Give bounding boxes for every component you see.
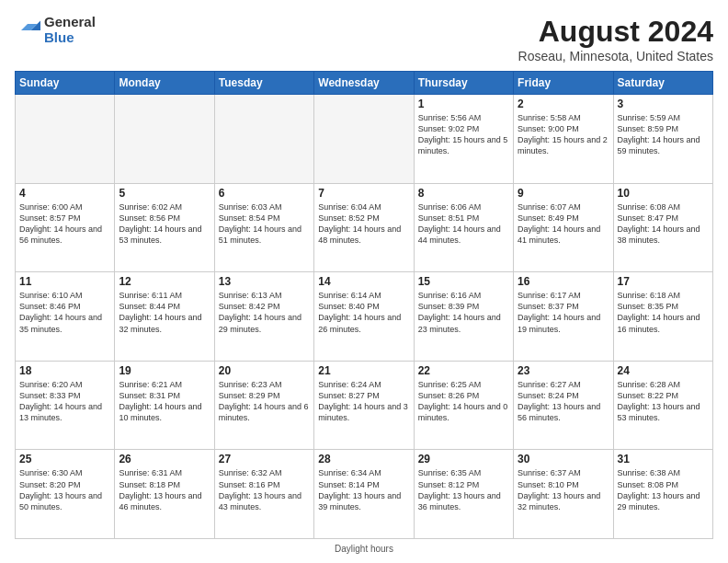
day-info: Sunrise: 5:56 AMSunset: 9:02 PMDaylight:…	[418, 112, 509, 157]
day-number: 28	[318, 453, 409, 465]
calendar-cell-26: 26Sunrise: 6:31 AMSunset: 8:18 PMDayligh…	[115, 450, 214, 539]
day-info: Sunrise: 6:02 AMSunset: 8:56 PMDaylight:…	[119, 201, 210, 247]
day-number: 1	[418, 98, 509, 110]
day-number: 29	[418, 453, 509, 465]
day-number: 10	[618, 187, 709, 200]
day-info: Sunrise: 6:10 AMSunset: 8:46 PMDaylight:…	[19, 290, 110, 335]
calendar-cell-17: 17Sunrise: 6:18 AMSunset: 8:35 PMDayligh…	[613, 272, 712, 362]
day-info: Sunrise: 6:35 AMSunset: 8:12 PMDaylight:…	[418, 467, 509, 512]
calendar-cell-empty	[16, 95, 115, 184]
day-info: Sunrise: 5:59 AMSunset: 8:59 PMDaylight:…	[618, 112, 709, 157]
calendar-cell-30: 30Sunrise: 6:37 AMSunset: 8:10 PMDayligh…	[514, 450, 613, 539]
day-number: 12	[119, 275, 210, 288]
day-info: Sunrise: 6:11 AMSunset: 8:44 PMDaylight:…	[119, 290, 210, 335]
day-number: 7	[318, 187, 409, 200]
logo: General Blue	[15, 15, 96, 45]
day-header-tuesday: Tuesday	[214, 72, 313, 95]
day-info: Sunrise: 6:06 AMSunset: 8:51 PMDaylight:…	[418, 201, 509, 247]
day-number: 8	[418, 187, 509, 200]
day-header-thursday: Thursday	[414, 72, 513, 95]
calendar-cell-19: 19Sunrise: 6:21 AMSunset: 8:31 PMDayligh…	[115, 361, 214, 450]
daylight-label: Daylight hours	[335, 544, 393, 554]
calendar-table: SundayMondayTuesdayWednesdayThursdayFrid…	[15, 71, 713, 539]
title-block: August 2024 Roseau, Minnesota, United St…	[518, 15, 713, 63]
day-number: 6	[219, 187, 310, 200]
day-number: 27	[219, 453, 310, 465]
header: General Blue August 2024 Roseau, Minneso…	[15, 15, 713, 63]
calendar-cell-4: 4Sunrise: 6:00 AMSunset: 8:57 PMDaylight…	[16, 183, 115, 272]
week-row-4: 25Sunrise: 6:30 AMSunset: 8:20 PMDayligh…	[16, 450, 713, 539]
calendar-cell-empty	[314, 95, 414, 184]
logo-blue: Blue	[44, 30, 96, 46]
day-number: 24	[618, 364, 709, 377]
day-number: 2	[518, 98, 609, 110]
calendar-cell-18: 18Sunrise: 6:20 AMSunset: 8:33 PMDayligh…	[16, 361, 115, 450]
day-number: 25	[19, 453, 110, 465]
calendar-cell-27: 27Sunrise: 6:32 AMSunset: 8:16 PMDayligh…	[214, 450, 313, 539]
day-number: 4	[19, 187, 110, 200]
calendar-cell-25: 25Sunrise: 6:30 AMSunset: 8:20 PMDayligh…	[16, 450, 115, 539]
week-row-1: 4Sunrise: 6:00 AMSunset: 8:57 PMDaylight…	[16, 183, 713, 272]
day-number: 22	[418, 364, 509, 377]
main-title: August 2024	[518, 15, 713, 49]
day-info: Sunrise: 6:20 AMSunset: 8:33 PMDaylight:…	[19, 379, 110, 424]
day-number: 13	[219, 275, 310, 288]
day-number: 31	[618, 453, 709, 465]
day-number: 5	[119, 187, 210, 200]
calendar-cell-7: 7Sunrise: 6:04 AMSunset: 8:52 PMDaylight…	[314, 183, 414, 272]
calendar-cell-21: 21Sunrise: 6:24 AMSunset: 8:27 PMDayligh…	[314, 361, 414, 450]
day-info: Sunrise: 6:24 AMSunset: 8:27 PMDaylight:…	[318, 379, 409, 424]
footer: Daylight hours	[15, 544, 713, 554]
day-number: 23	[518, 364, 609, 377]
calendar-cell-23: 23Sunrise: 6:27 AMSunset: 8:24 PMDayligh…	[514, 361, 613, 450]
day-info: Sunrise: 6:25 AMSunset: 8:26 PMDaylight:…	[418, 379, 509, 424]
day-info: Sunrise: 6:30 AMSunset: 8:20 PMDaylight:…	[19, 467, 110, 512]
day-number: 11	[19, 275, 110, 288]
day-number: 19	[119, 364, 210, 377]
calendar-cell-24: 24Sunrise: 6:28 AMSunset: 8:22 PMDayligh…	[613, 361, 712, 450]
day-number: 9	[518, 187, 609, 200]
calendar-cell-28: 28Sunrise: 6:34 AMSunset: 8:14 PMDayligh…	[314, 450, 414, 539]
day-info: Sunrise: 6:03 AMSunset: 8:54 PMDaylight:…	[219, 201, 310, 247]
day-number: 20	[219, 364, 310, 377]
day-info: Sunrise: 6:34 AMSunset: 8:14 PMDaylight:…	[318, 467, 409, 512]
subtitle: Roseau, Minnesota, United States	[518, 49, 713, 63]
day-number: 18	[19, 364, 110, 377]
day-info: Sunrise: 6:18 AMSunset: 8:35 PMDaylight:…	[618, 290, 709, 335]
day-info: Sunrise: 6:17 AMSunset: 8:37 PMDaylight:…	[518, 290, 609, 335]
day-info: Sunrise: 6:13 AMSunset: 8:42 PMDaylight:…	[219, 290, 310, 335]
day-info: Sunrise: 6:14 AMSunset: 8:40 PMDaylight:…	[318, 290, 409, 335]
calendar-cell-8: 8Sunrise: 6:06 AMSunset: 8:51 PMDaylight…	[414, 183, 513, 272]
day-number: 17	[618, 275, 709, 288]
logo-icon	[15, 17, 40, 43]
calendar-cell-16: 16Sunrise: 6:17 AMSunset: 8:37 PMDayligh…	[514, 272, 613, 362]
calendar-cell-empty	[214, 95, 313, 184]
day-info: Sunrise: 6:00 AMSunset: 8:57 PMDaylight:…	[19, 201, 110, 247]
week-row-2: 11Sunrise: 6:10 AMSunset: 8:46 PMDayligh…	[16, 272, 713, 362]
day-number: 26	[119, 453, 210, 465]
calendar-cell-15: 15Sunrise: 6:16 AMSunset: 8:39 PMDayligh…	[414, 272, 513, 362]
calendar-cell-6: 6Sunrise: 6:03 AMSunset: 8:54 PMDaylight…	[214, 183, 313, 272]
calendar-cell-10: 10Sunrise: 6:08 AMSunset: 8:47 PMDayligh…	[613, 183, 712, 272]
day-header-monday: Monday	[115, 72, 214, 95]
day-info: Sunrise: 6:04 AMSunset: 8:52 PMDaylight:…	[318, 201, 409, 247]
logo-general: General	[44, 15, 96, 30]
day-info: Sunrise: 6:31 AMSunset: 8:18 PMDaylight:…	[119, 467, 210, 512]
day-info: Sunrise: 6:28 AMSunset: 8:22 PMDaylight:…	[618, 379, 709, 424]
day-info: Sunrise: 5:58 AMSunset: 9:00 PMDaylight:…	[518, 112, 609, 157]
calendar-cell-12: 12Sunrise: 6:11 AMSunset: 8:44 PMDayligh…	[115, 272, 214, 362]
calendar-cell-empty	[115, 95, 214, 184]
calendar-cell-22: 22Sunrise: 6:25 AMSunset: 8:26 PMDayligh…	[414, 361, 513, 450]
day-info: Sunrise: 6:27 AMSunset: 8:24 PMDaylight:…	[518, 379, 609, 424]
calendar-cell-14: 14Sunrise: 6:14 AMSunset: 8:40 PMDayligh…	[314, 272, 414, 362]
calendar-cell-3: 3Sunrise: 5:59 AMSunset: 8:59 PMDaylight…	[613, 95, 712, 184]
week-row-3: 18Sunrise: 6:20 AMSunset: 8:33 PMDayligh…	[16, 361, 713, 450]
day-info: Sunrise: 6:16 AMSunset: 8:39 PMDaylight:…	[418, 290, 509, 335]
day-info: Sunrise: 6:32 AMSunset: 8:16 PMDaylight:…	[219, 467, 310, 512]
logo-text: General Blue	[44, 15, 96, 45]
day-header-friday: Friday	[514, 72, 613, 95]
day-info: Sunrise: 6:21 AMSunset: 8:31 PMDaylight:…	[119, 379, 210, 424]
day-header-wednesday: Wednesday	[314, 72, 414, 95]
week-row-0: 1Sunrise: 5:56 AMSunset: 9:02 PMDaylight…	[16, 95, 713, 184]
page: General Blue August 2024 Roseau, Minneso…	[0, 0, 728, 563]
